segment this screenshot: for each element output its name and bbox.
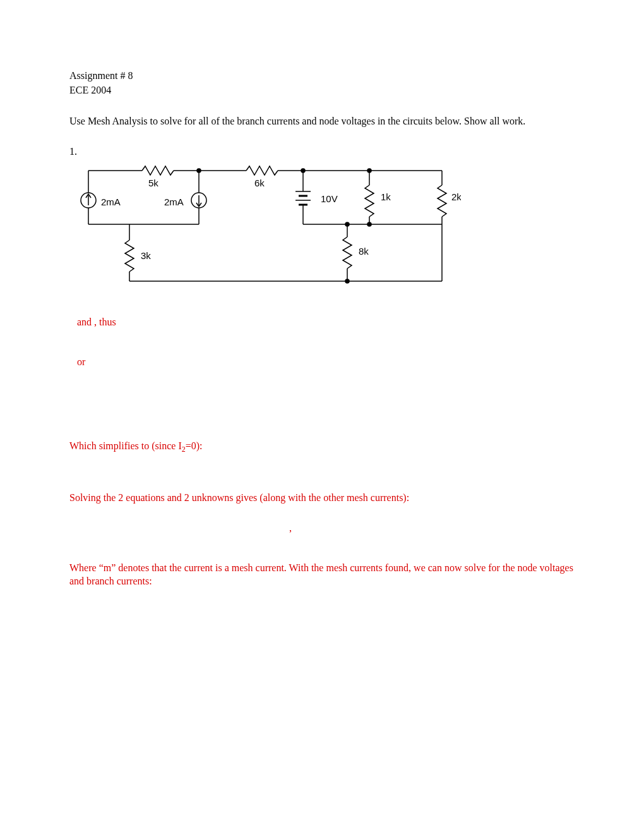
sol-where-m: Where “m” denotes that the current is a … bbox=[69, 562, 575, 588]
label-1k: 1k bbox=[381, 191, 391, 202]
label-8k: 8k bbox=[359, 246, 369, 257]
label-2ma-right: 2mA bbox=[164, 196, 184, 207]
question-number: 1. bbox=[69, 145, 575, 159]
label-10v: 10V bbox=[321, 193, 338, 204]
sol-or: or bbox=[69, 356, 575, 369]
label-2ma-left: 2mA bbox=[101, 196, 121, 207]
assignment-title: Assignment # 8 bbox=[69, 70, 575, 83]
sol-and-thus: and , thus bbox=[69, 316, 575, 329]
svg-point-36 bbox=[345, 279, 349, 283]
svg-point-31 bbox=[367, 222, 371, 226]
course-code: ECE 2004 bbox=[69, 84, 575, 97]
instruction-text: Use Mesh Analysis to solve for all of th… bbox=[69, 115, 575, 128]
page-content: Assignment # 8 ECE 2004 Use Mesh Analysi… bbox=[0, 0, 644, 588]
sol-comma: , bbox=[69, 522, 511, 535]
label-3k: 3k bbox=[141, 250, 151, 261]
label-2k: 2k bbox=[451, 191, 461, 202]
label-6k: 6k bbox=[254, 178, 265, 188]
label-5k: 5k bbox=[148, 178, 158, 188]
sol-solving: Solving the 2 equations and 2 unknowns g… bbox=[69, 492, 575, 505]
sol-simplifies: Which simplifies to (since I2=0): bbox=[69, 440, 575, 455]
circuit-diagram: 5k 6k 2mA 2mA 10V 1k 2k 3k 8k bbox=[76, 161, 461, 291]
